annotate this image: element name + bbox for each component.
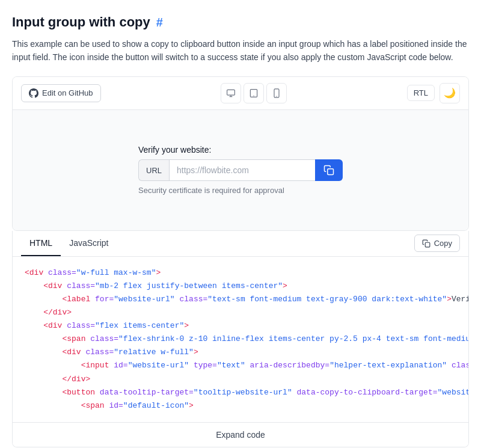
preview-area: Verify your website: URL Security certif…: [13, 110, 468, 230]
copy-code-label: Copy: [434, 239, 452, 248]
copy-code-button[interactable]: Copy: [414, 235, 460, 252]
svg-point-4: [253, 96, 254, 96]
code-line: <div class="flex items-center">: [25, 319, 456, 333]
expand-code-label: Expand code: [216, 430, 265, 440]
demo-form: Verify your website: URL Security certif…: [138, 145, 343, 195]
clipboard-icon: [323, 165, 334, 176]
preview-box: Edit on GitHub: [12, 76, 469, 231]
tablet-icon: [249, 88, 259, 98]
toolbar-left: Edit on GitHub: [21, 84, 101, 102]
code-line: <span id="default-icon">: [25, 399, 456, 413]
helper-text: Security certificate is required for app…: [138, 186, 284, 195]
tablet-view-button[interactable]: [244, 83, 264, 103]
desktop-icon: [226, 88, 236, 98]
code-line: </div>: [25, 373, 456, 386]
code-tabs-bar: HTML JavaScript Copy: [13, 231, 468, 257]
edit-github-label: Edit on GitHub: [42, 88, 93, 97]
svg-rect-0: [227, 90, 235, 95]
code-line: </div>: [25, 306, 456, 319]
svg-rect-7: [328, 169, 334, 175]
code-line: <div class="mb-2 flex justify-between it…: [25, 280, 456, 293]
tab-javascript[interactable]: JavaScript: [61, 231, 117, 256]
code-tabs: HTML JavaScript: [21, 231, 117, 256]
github-icon: [29, 88, 38, 98]
toolbar-center: [221, 83, 287, 103]
code-block: <div class="w-full max-w-sm"> <div class…: [13, 257, 468, 422]
expand-code-bar[interactable]: Expand code: [13, 422, 468, 447]
url-input[interactable]: [169, 159, 315, 181]
code-line: <div class="w-full max-w-sm">: [25, 266, 456, 280]
dark-mode-button[interactable]: 🌙: [440, 83, 460, 103]
mobile-view-button[interactable]: [266, 83, 287, 103]
code-line: <label for="website-url" class="text-sm …: [25, 293, 456, 306]
code-line: <input id="website-url" type="text" aria…: [25, 359, 456, 372]
form-label: Verify your website:: [138, 145, 211, 155]
svg-rect-8: [425, 242, 430, 247]
mobile-icon: [272, 88, 281, 98]
input-group: URL: [138, 159, 343, 181]
code-line: <span class="flex-shrink-0 z-10 inline-f…: [25, 333, 456, 346]
page-description: This example can be used to show a copy …: [12, 37, 469, 64]
code-line: <div class="relative w-full">: [25, 346, 456, 359]
copy-icon: [422, 239, 430, 248]
desktop-view-button[interactable]: [221, 83, 241, 103]
rtl-button[interactable]: RTL: [407, 85, 435, 101]
page-title: Input group with copy: [12, 14, 150, 30]
tab-html[interactable]: HTML: [21, 231, 61, 256]
edit-github-button[interactable]: Edit on GitHub: [21, 84, 101, 102]
svg-point-6: [276, 96, 277, 96]
preview-toolbar: Edit on GitHub: [13, 77, 468, 110]
anchor-hash-icon[interactable]: #: [156, 16, 163, 29]
code-line: <button data-tooltip-target="tooltip-web…: [25, 386, 456, 399]
copy-to-clipboard-button[interactable]: [315, 159, 343, 181]
input-addon: URL: [138, 159, 169, 181]
dark-mode-icon: 🌙: [444, 87, 456, 99]
code-section: HTML JavaScript Copy <div class="w-full …: [12, 231, 469, 447]
toolbar-right: RTL 🌙: [407, 83, 460, 103]
rtl-label: RTL: [414, 88, 428, 97]
